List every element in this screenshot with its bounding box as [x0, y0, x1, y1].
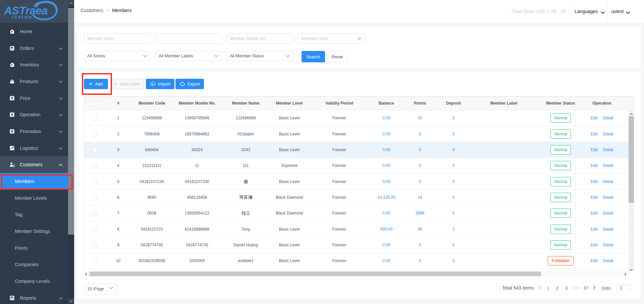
svg-text:ASTraea: ASTraea [4, 4, 48, 17]
